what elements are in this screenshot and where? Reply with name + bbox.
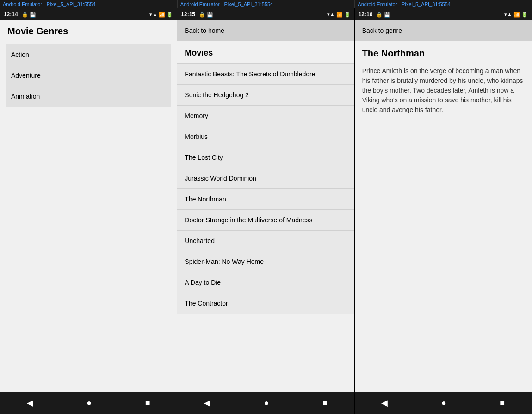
movie-list: Fantastic Beasts: The Secrets of Dumbled… (177, 63, 354, 392)
movie-item-7[interactable]: Doctor Strange in the Multiverse of Madn… (177, 210, 354, 231)
battery-icon-1: 🔋 (167, 12, 173, 18)
status-bar-2: 12:15 🔒 💾 ▾▲ 📶 🔋 (177, 8, 354, 20)
genres-screen: 12:14 🔒 💾 ▾▲ 📶 🔋 Movie Genres Action Adv… (0, 8, 177, 414)
movie-item-0[interactable]: Fantastic Beasts: The Secrets of Dumbled… (177, 63, 354, 85)
wifi-icon-2: ▾▲ (327, 12, 335, 18)
time-3: 12:16 (359, 11, 373, 18)
back-nav-2[interactable]: ◀ (197, 394, 218, 412)
genre-item-adventure[interactable]: Adventure (6, 65, 171, 86)
time-1: 12:14 (4, 11, 18, 18)
sd-icon-3: 💾 (384, 12, 390, 18)
right-icons-1: ▾▲ 📶 🔋 (149, 12, 173, 18)
movie-item-8[interactable]: Uncharted (177, 231, 354, 251)
recent-nav-1[interactable]: ■ (138, 395, 158, 412)
recent-nav-2[interactable]: ■ (315, 395, 335, 412)
movie-item-10[interactable]: A Day to Die (177, 272, 354, 293)
back-nav-1[interactable]: ◀ (19, 394, 41, 412)
back-to-genre-button[interactable]: Back to genre (355, 20, 532, 41)
emulator-title-1: Android Emulator - Pixel_5_API_31:5554 (0, 0, 178, 8)
signal-icon-1: 📶 (159, 12, 165, 18)
home-nav-2[interactable]: ● (257, 395, 277, 412)
genres-content: Movie Genres Action Adventure Animation (0, 20, 177, 392)
status-bar-1: 12:14 🔒 💾 ▾▲ 📶 🔋 (0, 8, 177, 20)
bottom-bar-2: ◀ ● ■ (177, 392, 354, 414)
movie-item-2[interactable]: Memory (177, 106, 354, 126)
genre-item-action[interactable]: Action (6, 44, 171, 65)
right-icons-3: ▾▲ 📶 🔋 (504, 12, 528, 18)
signal-icon-3: 📶 (513, 12, 520, 18)
movie-item-1[interactable]: Sonic the Hedgehog 2 (177, 85, 354, 106)
lock-icon-3: 🔒 (376, 12, 383, 18)
movies-content: Back to home Movies Fantastic Beasts: Th… (177, 20, 354, 392)
sd-icon-1: 💾 (30, 12, 36, 18)
emulator-title-3: Android Emulator - Pixel_5_API_31:5554 (355, 0, 532, 8)
movies-screen: 12:15 🔒 💾 ▾▲ 📶 🔋 Back to home Movies Fan… (177, 8, 354, 414)
movies-section-title: Movies (177, 44, 354, 63)
battery-icon-3: 🔋 (521, 12, 528, 18)
status-icons-2: 🔒 💾 (199, 12, 213, 18)
detail-screen: 12:16 🔒 💾 ▾▲ 📶 🔋 Back to genre The North… (355, 8, 532, 414)
movie-item-11[interactable]: The Contractor (177, 293, 354, 314)
battery-icon-2: 🔋 (344, 12, 351, 18)
lock-icon-2: 🔒 (199, 12, 205, 18)
status-icons-3: 🔒 💾 (376, 12, 390, 18)
genre-item-animation[interactable]: Animation (6, 86, 171, 107)
back-to-home-button[interactable]: Back to home (177, 20, 354, 41)
detail-movie-description: Prince Amleth is on the verge of becomin… (355, 66, 532, 115)
movie-item-9[interactable]: Spider-Man: No Way Home (177, 251, 354, 272)
wifi-icon-1: ▾▲ (149, 12, 157, 18)
home-nav-1[interactable]: ● (79, 395, 99, 412)
movie-item-3[interactable]: Morbius (177, 126, 354, 147)
movie-item-6[interactable]: The Northman (177, 189, 354, 210)
recent-nav-3[interactable]: ■ (492, 395, 512, 412)
signal-icon-2: 📶 (336, 12, 343, 18)
status-bar-3: 12:16 🔒 💾 ▾▲ 📶 🔋 (355, 8, 532, 20)
back-nav-3[interactable]: ◀ (374, 394, 395, 412)
sd-icon-2: 💾 (207, 12, 213, 18)
wifi-icon-3: ▾▲ (504, 12, 512, 18)
genre-list: Action Adventure Animation (6, 44, 171, 107)
detail-movie-title: The Northman (355, 48, 532, 66)
right-icons-2: ▾▲ 📶 🔋 (327, 12, 351, 18)
detail-content: Back to genre The Northman Prince Amleth… (355, 20, 532, 392)
movie-item-4[interactable]: The Lost City (177, 147, 354, 168)
bottom-bar-3: ◀ ● ■ (355, 392, 532, 414)
home-nav-3[interactable]: ● (434, 395, 454, 412)
lock-icon-1: 🔒 (22, 12, 28, 18)
movie-item-5[interactable]: Jurassic World Dominion (177, 168, 354, 189)
status-icons-1: 🔒 💾 (22, 12, 36, 18)
bottom-bar-1: ◀ ● ■ (0, 392, 177, 414)
genres-title: Movie Genres (6, 26, 171, 37)
emulator-title-2: Android Emulator - Pixel_5_API_31:5554 (178, 0, 355, 8)
time-2: 12:15 (181, 11, 195, 18)
